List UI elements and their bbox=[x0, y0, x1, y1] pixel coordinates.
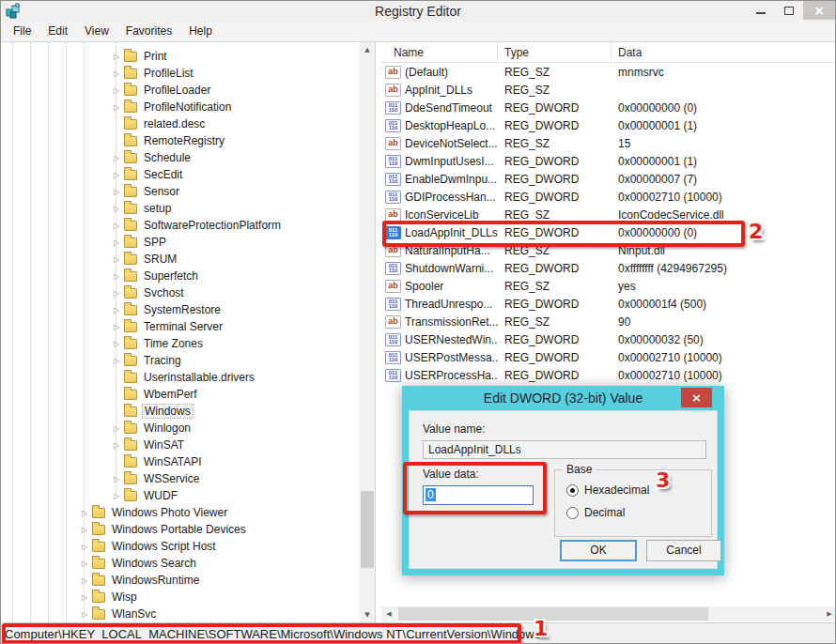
registry-value-row[interactable]: 011110USERNestedWin...REG_DWORD0x0000003… bbox=[381, 330, 836, 348]
tree-item-profileloader[interactable]: ▷ProfileLoader bbox=[1, 82, 360, 99]
tree-item-winlogon[interactable]: ▷Winlogon bbox=[1, 420, 360, 437]
radio-icon[interactable] bbox=[566, 507, 579, 519]
expand-icon[interactable]: ▷ bbox=[112, 306, 121, 314]
scroll-up-icon[interactable]: ▲ bbox=[360, 42, 375, 57]
expand-icon[interactable]: ▷ bbox=[112, 53, 121, 61]
menu-file[interactable]: File bbox=[5, 22, 39, 41]
tree-item-time-zones[interactable]: ▷Time Zones bbox=[1, 335, 360, 352]
tree-item-profilenotification[interactable]: ▷ProfileNotification bbox=[1, 99, 360, 115]
expand-icon[interactable]: ▷ bbox=[112, 222, 121, 230]
tree-item-spp[interactable]: ▷SPP bbox=[1, 234, 360, 251]
registry-value-row[interactable]: abSpoolerREG_SZyes bbox=[381, 277, 836, 295]
column-header-type[interactable]: Type bbox=[498, 42, 612, 63]
tree-item-remoteregistry[interactable]: RemoteRegistry bbox=[1, 132, 360, 149]
registry-value-row[interactable]: ab(Default)REG_SZmnmsrvc bbox=[381, 63, 836, 81]
tree-item-superfetch[interactable]: ▷Superfetch bbox=[1, 268, 360, 284]
radio-icon[interactable] bbox=[566, 484, 579, 497]
menu-edit[interactable]: Edit bbox=[39, 22, 76, 41]
tree-item-terminal-server[interactable]: ▷Terminal Server bbox=[1, 318, 360, 335]
tree-item-windowsruntime[interactable]: ▷WindowsRuntime bbox=[1, 572, 360, 589]
dialog-close-button[interactable]: × bbox=[681, 388, 712, 407]
tree-item-secedit[interactable]: ▷SecEdit bbox=[1, 166, 360, 183]
expand-icon[interactable]: ▷ bbox=[80, 509, 89, 517]
tree-item-wlansvc[interactable]: ▷WlanSvc bbox=[1, 606, 360, 622]
registry-value-row[interactable]: 011110DesktopHeapLo...REG_DWORD0x0000000… bbox=[381, 116, 836, 134]
tree-vertical-scrollbar[interactable]: ▲ ▼ bbox=[360, 42, 375, 622]
expand-icon[interactable]: ▷ bbox=[112, 238, 121, 247]
expand-icon[interactable]: ▷ bbox=[112, 289, 121, 298]
tree-item-wisp[interactable]: ▷Wisp bbox=[1, 589, 360, 606]
expand-icon[interactable]: ▷ bbox=[112, 272, 121, 281]
tree-item-userinstallable-drivers[interactable]: Userinstallable.drivers bbox=[1, 369, 360, 386]
maximize-button[interactable] bbox=[775, 1, 803, 20]
registry-value-row[interactable]: abAppInit_DLLsREG_SZ bbox=[381, 81, 836, 99]
expand-icon[interactable]: ▷ bbox=[80, 560, 89, 568]
radio-hexadecimal[interactable]: Hexadecimal bbox=[566, 483, 649, 497]
menu-favorites[interactable]: Favorites bbox=[117, 22, 180, 41]
expand-icon[interactable]: ▷ bbox=[112, 340, 121, 348]
tree-item-windows[interactable]: Windows bbox=[1, 403, 360, 420]
scrollbar-thumb[interactable] bbox=[361, 491, 374, 568]
registry-value-row[interactable]: abDeviceNotSelect...REG_SZ15 bbox=[381, 134, 836, 152]
expand-icon[interactable]: ▷ bbox=[80, 610, 89, 619]
scroll-down-icon[interactable]: ▼ bbox=[360, 607, 375, 622]
tree-item-systemrestore[interactable]: ▷SystemRestore bbox=[1, 301, 360, 318]
tree-item-svchost[interactable]: ▷Svchost bbox=[1, 284, 360, 301]
tree-item-windows-photo-viewer[interactable]: ▷Windows Photo Viewer bbox=[1, 504, 360, 521]
registry-value-row[interactable]: 011110EnableDwmInpu...REG_DWORD0x0000000… bbox=[381, 170, 836, 188]
registry-value-row[interactable]: 011110ThreadUnrespo...REG_DWORD0x000001f… bbox=[381, 295, 836, 313]
ok-button[interactable]: OK bbox=[560, 540, 637, 561]
expand-icon[interactable]: ▷ bbox=[112, 323, 121, 331]
minimize-button[interactable] bbox=[747, 1, 775, 20]
registry-value-row[interactable]: 011110GDIProcessHan...REG_DWORD0x0000271… bbox=[381, 188, 836, 206]
tree-item-setup[interactable]: ▷setup bbox=[1, 200, 360, 217]
tree-item-print[interactable]: ▷Print bbox=[1, 48, 360, 65]
scroll-left-icon[interactable]: ◀ bbox=[381, 606, 396, 621]
registry-value-row[interactable]: 011110ShutdownWarni...REG_DWORD0xfffffff… bbox=[381, 259, 836, 277]
expand-icon[interactable]: ▷ bbox=[112, 205, 121, 213]
registry-value-row[interactable]: 011110USERProcessHa...REG_DWORD0x0000271… bbox=[381, 366, 836, 384]
tree-item-schedule[interactable]: ▷Schedule bbox=[1, 149, 360, 166]
tree-item-profilelist[interactable]: ▷ProfileList bbox=[1, 65, 360, 82]
tree-item-srum[interactable]: ▷SRUM bbox=[1, 251, 360, 268]
expand-icon[interactable]: ▷ bbox=[80, 543, 89, 551]
list-horizontal-scrollbar[interactable]: ◀ ▶ bbox=[381, 606, 836, 621]
expand-icon[interactable]: ▷ bbox=[112, 171, 121, 179]
tree-item-windows-search[interactable]: ▷Windows Search bbox=[1, 555, 360, 572]
tree-item-winsat[interactable]: ▷WinSAT bbox=[1, 437, 360, 453]
tree-item-related-desc[interactable]: related.desc bbox=[1, 115, 360, 132]
value-name-input[interactable]: LoadAppInit_DLLs bbox=[423, 440, 706, 459]
expand-icon[interactable]: ▷ bbox=[112, 492, 121, 500]
column-header-name[interactable]: Name bbox=[381, 42, 498, 63]
tree-item-sensor[interactable]: ▷Sensor bbox=[1, 183, 360, 200]
expand-icon[interactable]: ▷ bbox=[112, 255, 121, 264]
expand-icon[interactable]: ▷ bbox=[112, 154, 121, 162]
expand-icon[interactable]: ▷ bbox=[112, 475, 121, 483]
menu-help[interactable]: Help bbox=[180, 22, 221, 41]
tree-item-softwareprotectionplatform[interactable]: ▷SoftwareProtectionPlatform bbox=[1, 217, 360, 234]
cancel-button[interactable]: Cancel bbox=[646, 540, 721, 561]
tree-item-windows-portable-devices[interactable]: ▷Windows Portable Devices bbox=[1, 521, 360, 538]
expand-icon[interactable]: ▷ bbox=[80, 526, 89, 534]
tree-item-wudf[interactable]: ▷WUDF bbox=[1, 487, 360, 504]
expand-icon[interactable]: ▷ bbox=[112, 103, 121, 112]
registry-value-row[interactable]: abTransmissionRet...REG_SZ90 bbox=[381, 313, 836, 330]
tree-item-winsatapi[interactable]: WinSATAPI bbox=[1, 453, 360, 470]
registry-value-row[interactable]: 011110DdeSendTimeoutREG_DWORD0x00000000 … bbox=[381, 99, 836, 116]
menu-view[interactable]: View bbox=[76, 22, 117, 41]
expand-icon[interactable]: ▷ bbox=[112, 424, 121, 433]
tree-item-windows-script-host[interactable]: ▷Windows Script Host bbox=[1, 538, 360, 555]
tree-item-wbemperf[interactable]: WbemPerf bbox=[1, 386, 360, 403]
close-button[interactable]: × bbox=[803, 1, 835, 20]
expand-icon[interactable]: ▷ bbox=[112, 69, 121, 78]
expand-icon[interactable]: ▷ bbox=[80, 593, 89, 602]
registry-value-row[interactable]: 011110USERPostMessa...REG_DWORD0x0000271… bbox=[381, 348, 836, 366]
registry-value-row[interactable]: 011110DwmInputUsesI...REG_DWORD0x0000000… bbox=[381, 152, 836, 170]
expand-icon[interactable]: ▷ bbox=[112, 441, 121, 450]
column-header-data[interactable]: Data bbox=[612, 42, 836, 63]
scroll-right-icon[interactable]: ▶ bbox=[822, 606, 836, 621]
scrollbar-thumb[interactable] bbox=[398, 607, 708, 621]
expand-icon[interactable]: ▷ bbox=[112, 357, 121, 365]
expand-icon[interactable]: ▷ bbox=[80, 576, 89, 585]
tree-item-wsservice[interactable]: ▷WSService bbox=[1, 470, 360, 487]
